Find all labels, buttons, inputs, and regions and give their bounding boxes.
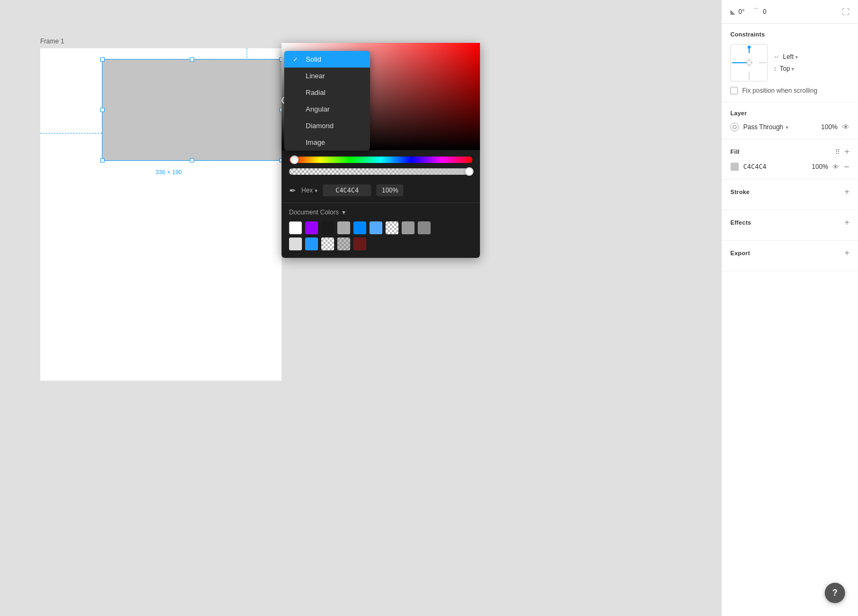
constraint-horizontal[interactable]: ↔ Left ▾ [773,53,798,61]
effects-section: Effects + [722,210,858,241]
constraints-selectors: ↔ Left ▾ ↕ Top ▾ [773,53,798,72]
constraints-diagram [730,44,768,81]
fill-type-dropdown[interactable]: ✓ Solid Linear Radial Angular Diamond Im… [284,51,370,151]
sliders-section [282,150,480,181]
swatch-light-gray[interactable] [337,221,350,234]
swatch-very-light-gray[interactable] [289,238,302,250]
swatch-checker1[interactable] [386,221,398,234]
fill-visibility-icon[interactable]: 👁 [832,163,839,171]
horizontal-dropdown[interactable]: Left ▾ [783,53,798,61]
constraints-grid: ↔ Left ▾ ↕ Top ▾ [730,44,849,81]
size-label: 336 × 190 [156,169,182,175]
dropdown-item-angular[interactable]: Angular [284,101,370,117]
add-export-button[interactable]: + [845,248,849,258]
hue-slider-thumb[interactable] [290,155,299,164]
constraint-vertical[interactable]: ↕ Top ▾ [773,65,798,72]
dropdown-item-image[interactable]: Image [284,134,370,151]
handle-bl[interactable] [100,158,105,162]
vertical-arrow-icon: ↕ [773,65,776,72]
eyedropper-icon[interactable]: ✒ [289,185,296,196]
check-icon: ✓ [293,56,300,63]
corner-radius-icon: ⌒ [753,7,759,16]
constraints-title: Constraints [730,31,849,38]
add-fill-button[interactable]: + [845,147,849,157]
dropdown-item-radial[interactable]: Radial [284,84,370,101]
handle-tl[interactable] [100,57,105,62]
export-header-row: Export + [730,248,849,258]
dropdown-item-diamond[interactable]: Diamond [284,117,370,134]
add-effect-button[interactable]: + [845,218,849,227]
swatch-dark-red[interactable] [353,238,366,250]
swatch-black[interactable] [321,221,334,234]
layer-blend-icon [730,123,739,131]
fill-drag-icon[interactable]: ⠿ [835,148,840,156]
doc-colors-section: Document Colors ▾ [282,203,480,258]
handle-bm[interactable] [190,158,194,162]
add-stroke-button[interactable]: + [845,187,849,197]
vertical-chevron-icon: ▾ [792,66,794,72]
angle-icon: ◣ [730,8,735,16]
layer-visibility-icon[interactable]: 👁 [842,123,849,131]
swatch-blue[interactable] [353,221,366,234]
stroke-header-row: Stroke + [730,187,849,197]
stroke-title: Stroke [730,189,750,195]
svg-point-0 [733,125,736,129]
color-swatches-row1 [289,221,472,234]
hex-input[interactable] [323,184,371,196]
swatch-dark-gray[interactable] [418,221,431,234]
selected-rect[interactable] [102,59,282,161]
doc-colors-header[interactable]: Document Colors ▾ [289,209,472,216]
constraints-section: Constraints [722,24,858,102]
layer-section: Layer Pass Through ▾ 100% 👁 [722,102,858,139]
effects-title: Effects [730,219,751,226]
swatch-light-blue[interactable] [369,221,382,234]
fill-section: Fill ⠿ + C4C4C4 100% 👁 − [722,139,858,180]
dropdown-item-solid[interactable]: ✓ Solid [284,51,370,68]
swatch-purple[interactable] [305,221,318,234]
swatch-mid-gray[interactable] [402,221,415,234]
swatch-checker3[interactable] [337,238,350,250]
fill-opacity-value: 100% [812,163,829,170]
fill-action-icons: ⠿ + [835,147,849,157]
hex-label-group: Hex ▾ [301,187,317,194]
toolbar-angle: ◣ 0° [730,8,744,16]
fill-color-swatch[interactable] [730,162,739,171]
fix-position-row: Fix position when scrolling [730,87,849,94]
help-button[interactable]: ? [825,583,845,603]
vertical-dropdown[interactable]: Top ▾ [780,65,794,72]
fill-header-row: Fill ⠿ + [730,147,849,157]
hex-dropdown-chevron[interactable]: ▾ [315,188,317,194]
swatch-white[interactable] [289,221,302,234]
fix-position-checkbox[interactable] [730,87,738,94]
opacity-input[interactable] [376,184,403,196]
fill-hex-value: C4C4C4 [743,163,808,170]
doc-colors-label: Document Colors [289,209,339,216]
doc-colors-chevron: ▾ [342,209,345,216]
alpha-slider-thumb[interactable] [465,167,474,176]
swatch-medium-blue[interactable] [305,238,318,250]
right-panel: ◣ 0° ⌒ 0 ⛶ Constraints [721,0,858,616]
fix-position-label: Fix position when scrolling [742,87,817,94]
fill-title: Fill [730,149,739,155]
canvas-area: Frame 1 336 × 190 [0,0,721,616]
top-toolbar: ◣ 0° ⌒ 0 ⛶ [722,0,858,24]
fill-row: C4C4C4 100% 👁 − [730,162,849,172]
effects-header-row: Effects + [730,218,849,227]
alpha-slider-track[interactable] [289,168,472,175]
frame-label: Frame 1 [40,38,64,45]
hex-label-text: Hex [301,187,313,194]
remove-fill-button[interactable]: − [844,162,849,172]
swatch-checker2[interactable] [321,238,334,250]
layer-title: Layer [730,110,849,116]
hue-slider-track[interactable] [289,157,472,163]
fullscreen-button[interactable]: ⛶ [842,8,849,16]
stroke-section: Stroke + [722,180,858,210]
dropdown-item-linear[interactable]: Linear [284,68,370,84]
handle-ml[interactable] [100,108,105,112]
horizontal-chevron-icon: ▾ [795,54,798,60]
hex-section: ✒ Hex ▾ [282,181,480,203]
layer-mode-select[interactable]: Pass Through ▾ [743,123,815,131]
layer-row: Pass Through ▾ 100% 👁 [730,123,849,131]
guideline-h [40,133,102,133]
handle-tm[interactable] [190,57,194,62]
